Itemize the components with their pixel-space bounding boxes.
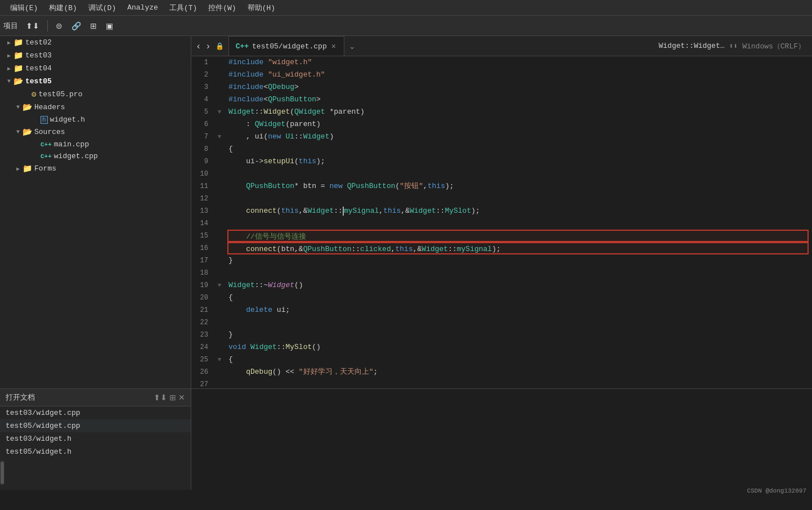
line-numbers: 1 2 3 4 5 6 7 8 9 10 11 12 13 14 15 16 1… — [191, 56, 215, 388]
code-line-25: { — [228, 354, 807, 366]
tree-item-test03[interactable]: ▶ 📁 test03 — [0, 49, 191, 62]
arrow-test02: ▶ — [5, 39, 14, 46]
bottom-section: 打开文档 ⬆⬇ ⊞ ✕ test03/widget.cpp test05/wid… — [0, 388, 812, 490]
open-doc-item-2[interactable]: test03/widget.h — [0, 432, 191, 445]
code-line-9: ui->setupUi(this); — [228, 155, 807, 168]
code-line-20: { — [228, 292, 807, 304]
editor-bottom-space — [191, 389, 812, 490]
tab-file-path: test05/widget.cpp — [252, 42, 327, 51]
open-docs-scrollbar[interactable] — [0, 460, 5, 485]
project-up-down-btn[interactable]: ⬆⬇ — [23, 19, 43, 33]
folder-open-icon-headers: 📂 — [23, 102, 32, 112]
tree-label-test05: test05 — [25, 77, 52, 86]
code-line-7: , ui(new Ui::Widget) — [228, 131, 807, 143]
fold-19[interactable]: ▼ — [215, 279, 224, 292]
tree-item-test05-pro[interactable]: ⚙ test05.pro — [0, 88, 191, 101]
fold-5[interactable]: ▼ — [215, 106, 224, 118]
tree-item-widget-h[interactable]: h widget.h — [0, 114, 191, 126]
menu-debug[interactable]: 调试(D) — [83, 1, 122, 15]
ln-25: 25 — [196, 354, 208, 366]
tab-back-btn[interactable]: ‹ — [194, 41, 203, 51]
ln-17: 17 — [196, 254, 208, 267]
menu-tools[interactable]: 工具(T) — [164, 1, 203, 15]
menu-help[interactable]: 帮助(H) — [242, 1, 281, 15]
code-lines[interactable]: #include "widget.h" #include "ui_widget.… — [224, 56, 812, 388]
code-line-14 — [228, 217, 807, 230]
ln-22: 22 — [196, 316, 208, 329]
folder-open-icon-test05: 📂 — [14, 77, 23, 86]
tree-item-test05[interactable]: ▼ 📂 test05 — [0, 75, 191, 88]
tab-bar-right: Widget::Widget… ⬆⬇ Windows（CRLF） — [658, 41, 812, 51]
fold-7[interactable]: ▼ — [215, 131, 224, 143]
file-tab-widget-cpp[interactable]: C++ test05/widget.cpp × — [228, 36, 344, 56]
tab-scroll-btn[interactable]: ⌄ — [347, 42, 358, 51]
tree-item-test02[interactable]: ▶ 📁 test02 — [0, 36, 191, 49]
code-line-16: connect(btn,&QPushButton::clicked,this,&… — [227, 242, 809, 254]
pro-icon: ⚙ — [32, 90, 36, 99]
ln-11: 11 — [196, 180, 208, 193]
open-docs-scrollbar-thumb[interactable] — [1, 462, 4, 484]
tree-item-sources[interactable]: ▼ 📂 Sources — [0, 126, 191, 138]
tree-item-headers[interactable]: ▼ 📂 Headers — [0, 101, 191, 114]
ln-16: 16 — [196, 242, 208, 254]
code-line-12 — [228, 193, 807, 205]
editor[interactable]: ‹ › 🔒 C++ test05/widget.cpp × ⌄ Widget::… — [191, 36, 812, 388]
tab-lock-btn[interactable]: 🔒 — [213, 42, 226, 50]
code-line-4: #include<QPushButton> — [228, 93, 807, 106]
open-doc-item-1[interactable]: test05/widget.cpp — [0, 419, 191, 432]
menu-edit[interactable]: 编辑(E) — [5, 1, 43, 15]
open-doc-label-2: test03/widget.h — [6, 435, 71, 443]
tree-item-widget-cpp[interactable]: C++ widget.cpp — [0, 150, 191, 162]
fold-24[interactable]: ▼ — [215, 354, 224, 366]
tab-close-btn[interactable]: × — [330, 42, 337, 51]
menubar: 编辑(E) 构建(B) 调试(D) Analyze 工具(T) 控件(W) 帮助… — [0, 0, 812, 16]
tree-label-test04: test04 — [25, 64, 52, 73]
tab-bar: ‹ › 🔒 C++ test05/widget.cpp × ⌄ Widget::… — [191, 36, 812, 56]
ln-7: 7 — [196, 131, 208, 143]
code-line-3: #include<QDebug> — [228, 81, 807, 93]
ln-10: 10 — [196, 168, 208, 180]
code-line-11: QPushButton* btn = new QPushButton("按钮",… — [228, 180, 807, 193]
tab-forward-btn[interactable]: › — [203, 41, 213, 51]
arrow-sources: ▼ — [14, 129, 23, 135]
open-doc-item-0[interactable]: test03/widget.cpp — [0, 406, 191, 419]
menu-analyze[interactable]: Analyze — [122, 1, 164, 14]
project-label: 项目 — [3, 21, 18, 31]
menu-build[interactable]: 构建(B) — [43, 1, 82, 15]
code-line-13: connect(this,&Widget::mySignal,this,&Wid… — [228, 205, 807, 217]
arrow-test05: ▼ — [5, 78, 14, 84]
ln-15: 15 — [196, 230, 208, 242]
folder-icon-test02: 📁 — [14, 38, 23, 47]
filter-btn[interactable]: ⊜ — [52, 19, 66, 33]
up-down-arrows[interactable]: ⬆⬇ — [729, 42, 738, 51]
open-docs-header-btns: ⬆⬇ ⊞ ✕ — [154, 393, 185, 402]
tree-item-forms[interactable]: ▶ 📁 Forms — [0, 162, 191, 175]
ln-14: 14 — [196, 217, 208, 230]
ln-18: 18 — [196, 267, 208, 279]
tree-label-widget-h: widget.h — [50, 115, 85, 124]
code-line-15: //信号与信号连接 — [227, 230, 809, 242]
code-area: 1 2 3 4 5 6 7 8 9 10 11 12 13 14 15 16 1… — [191, 56, 812, 388]
folder-open-icon-sources: 📂 — [23, 127, 32, 137]
link-btn[interactable]: 🔗 — [68, 19, 84, 33]
add-btn[interactable]: ⊞ — [87, 19, 100, 33]
cpp-icon-widget: C++ — [41, 153, 52, 160]
tree-label-headers: Headers — [34, 103, 65, 111]
ln-20: 20 — [196, 292, 208, 304]
tree-item-test04[interactable]: ▶ 📁 test04 — [0, 62, 191, 75]
tab-cpp-icon: C++ — [236, 42, 249, 51]
tree-item-main-cpp[interactable]: C++ main.cpp — [0, 138, 191, 150]
cpp-icon-main: C++ — [41, 141, 52, 148]
open-docs-sort-btn[interactable]: ⬆⬇ — [154, 393, 167, 402]
ln-5: 5 — [196, 106, 208, 118]
function-name-label: Widget::Widget… — [658, 42, 724, 50]
window-btn[interactable]: ▣ — [102, 19, 116, 33]
open-docs-close-btn[interactable]: ✕ — [178, 393, 185, 402]
encoding-label: Windows（CRLF） — [742, 41, 805, 51]
open-docs-add-btn[interactable]: ⊞ — [169, 393, 176, 402]
menu-controls[interactable]: 控件(W) — [203, 1, 241, 15]
code-line-6: : QWidget(parent) — [228, 118, 807, 131]
folder-icon-test04: 📁 — [14, 64, 23, 73]
open-doc-item-3[interactable]: test05/widget.h — [0, 445, 191, 458]
ln-27: 27 — [196, 378, 208, 388]
